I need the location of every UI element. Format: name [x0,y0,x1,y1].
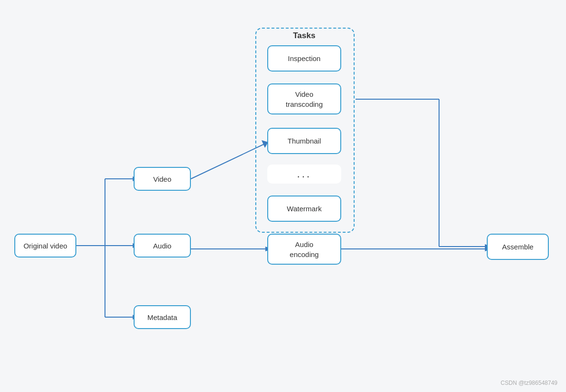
watermark-node: Watermark [267,196,341,222]
assemble-node: Assemble [487,234,549,260]
thumbnail-node: Thumbnail [267,128,341,154]
watermark-text: CSDN @tz986548749 [501,380,557,386]
metadata-node: Metadata [134,305,191,329]
diagram-container: Original video Video Audio Metadata Task… [0,0,566,392]
inspection-node: Inspection [267,45,341,72]
dots-node: ... [267,165,341,184]
audio-node: Audio [134,234,191,258]
tasks-title: Tasks [293,31,315,41]
audio-encoding-node: Audio encoding [267,234,341,265]
original-video-node: Original video [14,234,76,258]
video-transcoding-node: Video transcoding [267,83,341,114]
video-node: Video [134,167,191,191]
